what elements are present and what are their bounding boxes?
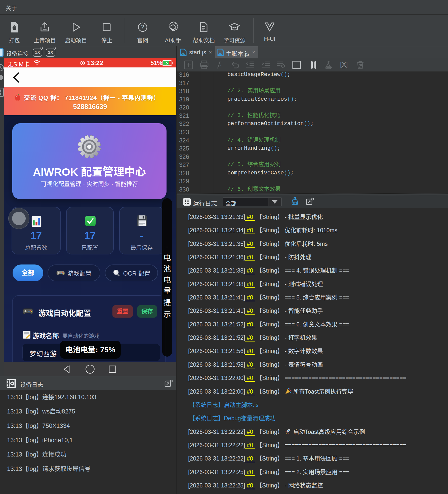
svg-text:?: ? xyxy=(141,24,144,30)
svg-text:JS: JS xyxy=(181,52,185,56)
svg-text:*: * xyxy=(220,64,222,69)
svg-text:[X]: [X] xyxy=(340,61,348,68)
svg-text:JS: JS xyxy=(218,52,222,56)
